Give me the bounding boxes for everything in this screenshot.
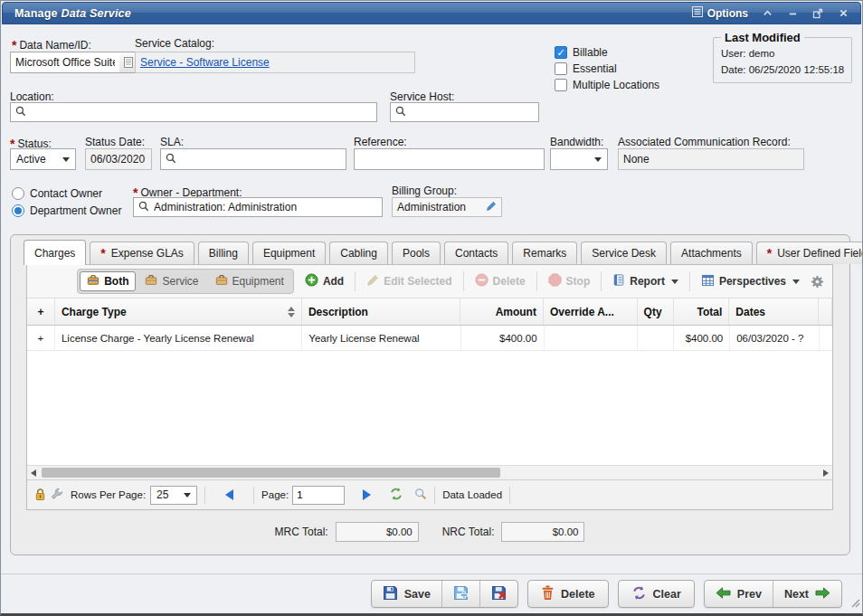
resize-handle[interactable] bbox=[849, 595, 860, 611]
billable-checkbox[interactable]: ✓ bbox=[555, 46, 567, 59]
bandwidth-select[interactable] bbox=[550, 148, 608, 170]
chevron-down-icon bbox=[594, 157, 602, 162]
service-host-field[interactable] bbox=[390, 102, 539, 122]
reference-input[interactable] bbox=[359, 153, 539, 166]
contact-owner-row: Contact Owner bbox=[12, 187, 102, 200]
clear-button[interactable]: Clear bbox=[618, 580, 695, 608]
billing-group-field: Administration bbox=[392, 197, 502, 217]
rows-per-page-select[interactable]: 25 bbox=[150, 486, 197, 505]
col-total[interactable]: Total bbox=[674, 299, 730, 325]
last-modified-panel: Last Modified User: demo Date: 06/25/202… bbox=[713, 31, 852, 83]
tab-billing[interactable]: Billing bbox=[198, 242, 249, 264]
col-qty[interactable]: Qty bbox=[638, 299, 674, 325]
pager-separator bbox=[509, 487, 510, 504]
scope-both-button[interactable]: Both bbox=[80, 271, 136, 291]
wrench-icon[interactable] bbox=[51, 488, 63, 502]
status-select[interactable]: Active bbox=[10, 148, 76, 170]
cell-charge-type: License Charge - Yearly License Renewal bbox=[55, 326, 302, 350]
report-button[interactable]: Report bbox=[608, 270, 683, 292]
data-name-field[interactable] bbox=[10, 52, 120, 73]
sort-icon[interactable] bbox=[282, 307, 295, 317]
multiple-locations-label: Multiple Locations bbox=[573, 79, 659, 91]
mrc-total-label: MRC Total: bbox=[275, 526, 328, 538]
multiple-locations-checkbox[interactable] bbox=[555, 79, 567, 91]
popout-icon[interactable] bbox=[811, 7, 824, 20]
footer-bar: Save Delete Clear Prev Next bbox=[1, 573, 862, 613]
data-name-input[interactable] bbox=[15, 56, 115, 69]
edit-selected-button[interactable]: Edit Selected bbox=[362, 271, 456, 292]
tab-service-desk[interactable]: Service Desk bbox=[581, 242, 667, 264]
col-description[interactable]: Description bbox=[302, 299, 460, 325]
sla-field[interactable] bbox=[160, 148, 346, 170]
delete-row-button[interactable]: Delete bbox=[470, 270, 530, 292]
essential-checkbox[interactable] bbox=[555, 62, 567, 75]
stop-button[interactable]: Stop bbox=[544, 270, 595, 292]
location-input[interactable] bbox=[31, 106, 372, 118]
location-label: Location: bbox=[10, 90, 54, 103]
prev-next-group: Prev Next bbox=[704, 580, 842, 608]
window-title: Manage Data Service bbox=[3, 7, 131, 20]
perspectives-button[interactable]: Perspectives bbox=[697, 271, 804, 292]
tab-equipment[interactable]: Equipment bbox=[252, 242, 326, 264]
expand-all-header[interactable]: + bbox=[27, 299, 55, 325]
edit-pencil-icon[interactable] bbox=[486, 201, 497, 214]
tab-contacts[interactable]: Contacts bbox=[444, 242, 508, 264]
next-page-icon[interactable] bbox=[363, 489, 371, 500]
close-icon[interactable] bbox=[837, 7, 849, 20]
minimize-icon[interactable] bbox=[786, 7, 799, 20]
toolbar-separator bbox=[355, 271, 356, 291]
col-charge-type[interactable]: Charge Type bbox=[55, 299, 302, 325]
tab-remarks[interactable]: Remarks bbox=[512, 242, 577, 264]
tab-charges[interactable]: Charges bbox=[24, 240, 86, 265]
tab-attachments[interactable]: Attachments bbox=[670, 242, 753, 264]
next-button[interactable]: Next bbox=[773, 581, 841, 607]
save-and-new-button[interactable] bbox=[442, 581, 480, 607]
department-owner-row: Department Owner bbox=[12, 204, 121, 217]
reference-field[interactable] bbox=[354, 148, 545, 170]
prev-page-icon[interactable] bbox=[225, 489, 233, 500]
page-label: Page: bbox=[261, 489, 289, 500]
save-close-icon bbox=[491, 585, 507, 603]
service-host-input[interactable] bbox=[411, 106, 534, 118]
tab-expense-glas[interactable]: *Expense GLAs bbox=[90, 242, 194, 264]
tab-cabling[interactable]: Cabling bbox=[329, 242, 388, 264]
status-date-field[interactable]: 06/03/2020 bbox=[85, 148, 152, 170]
scrollbar-thumb[interactable] bbox=[42, 468, 500, 478]
delete-button[interactable]: Delete bbox=[527, 580, 609, 608]
sla-label: SLA: bbox=[160, 136, 184, 148]
save-and-close-button[interactable] bbox=[480, 581, 517, 607]
search-icon[interactable] bbox=[414, 488, 427, 502]
row-filler bbox=[820, 326, 832, 350]
scope-equipment-button[interactable]: Equipment bbox=[208, 271, 291, 291]
tab-pools[interactable]: Pools bbox=[392, 242, 441, 264]
tab-user-defined-fields[interactable]: *User Defined Fields bbox=[756, 242, 863, 264]
col-override-amount[interactable]: Override A... bbox=[544, 299, 638, 325]
owner-department-field[interactable] bbox=[133, 197, 383, 217]
contact-owner-radio[interactable] bbox=[12, 187, 24, 200]
gear-icon[interactable] bbox=[811, 275, 824, 289]
toolbox-icon bbox=[145, 274, 157, 289]
table-row[interactable]: + License Charge - Yearly License Renewa… bbox=[27, 326, 832, 351]
col-amount[interactable]: Amount bbox=[460, 299, 544, 325]
owner-department-input[interactable] bbox=[154, 201, 377, 213]
scroll-left-icon[interactable] bbox=[27, 466, 40, 479]
title-bar: Manage Data Service Options bbox=[2, 2, 861, 24]
refresh-icon[interactable] bbox=[389, 487, 403, 503]
lock-icon[interactable] bbox=[34, 488, 46, 503]
horizontal-scrollbar[interactable] bbox=[27, 465, 832, 479]
scope-service-button[interactable]: Service bbox=[138, 271, 205, 291]
options-button[interactable]: Options bbox=[692, 6, 748, 20]
cell-description: Yearly License Renewal bbox=[302, 326, 461, 350]
collapse-icon[interactable] bbox=[761, 7, 773, 20]
service-catalog-link[interactable]: Service - Software License bbox=[140, 56, 270, 69]
prev-button[interactable]: Prev bbox=[705, 581, 773, 607]
save-button[interactable]: Save bbox=[372, 581, 442, 607]
department-owner-radio[interactable] bbox=[12, 204, 24, 217]
page-input[interactable] bbox=[292, 486, 345, 505]
row-expand-button[interactable]: + bbox=[27, 326, 55, 350]
col-dates[interactable]: Dates bbox=[729, 299, 819, 325]
add-button[interactable]: Add bbox=[300, 270, 348, 292]
scroll-right-icon[interactable] bbox=[820, 466, 832, 479]
sla-input[interactable] bbox=[181, 153, 341, 166]
location-field[interactable] bbox=[10, 102, 377, 122]
